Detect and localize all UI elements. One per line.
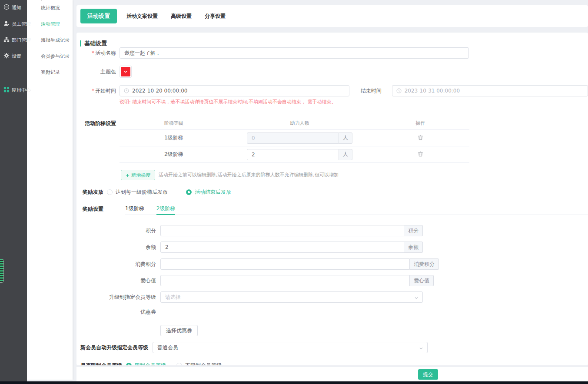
- sidebar-item-label: 设置: [12, 53, 21, 60]
- main-content: 活动设置 活动文案设置 高级设置 分享设置 基础设置 *活动名称 主题色: [73, 0, 588, 381]
- balance-input[interactable]: [161, 242, 404, 252]
- section-accent-bar: [80, 40, 81, 46]
- consume-points-input[interactable]: [161, 259, 409, 269]
- ladder-count-input-2[interactable]: [247, 149, 339, 160]
- balance-field: [160, 242, 404, 253]
- submenu-item-member-participation[interactable]: 会员参与记录: [27, 48, 73, 64]
- row-points: 积分 积分: [76, 225, 588, 236]
- row-add-ladder: 新增梯度 活动开始之前可以编辑删除,活动开始之后原来的阶梯人数不允许编辑删除,但…: [76, 170, 588, 180]
- ladder-count-input-1[interactable]: [247, 133, 339, 143]
- section-title-text: 基础设置: [84, 40, 107, 47]
- unit-addon: 人: [339, 149, 352, 160]
- tab-share-settings[interactable]: 分享设置: [201, 9, 229, 23]
- ladder-row-1: 1级阶梯 人: [120, 130, 469, 146]
- love-value-input[interactable]: [161, 275, 409, 286]
- ladder-level-text: 1级阶梯: [120, 134, 228, 142]
- sidebar-item-label: 应用中心: [12, 87, 31, 93]
- row-reward-setting: 奖励设置 1级阶梯 2级阶梯: [76, 205, 588, 215]
- select-value: 普通会员: [153, 344, 183, 351]
- required-star: *: [92, 88, 94, 94]
- points-label: 积分: [76, 225, 160, 236]
- tab-advanced-settings[interactable]: 高级设置: [167, 9, 195, 23]
- submenu-item-activity-management[interactable]: 活动管理: [27, 16, 73, 32]
- unit-addon: 人: [339, 132, 352, 144]
- chevron-down-icon: [419, 346, 423, 352]
- row-reward-grant: 奖励发放 达到每一级阶梯后发放 活动结束后发放: [76, 189, 588, 196]
- radio-icon: [126, 363, 132, 365]
- sidebar-item-label: 部门管理: [12, 37, 31, 43]
- sidebar-item-label: 员工管理: [12, 21, 31, 27]
- reward-tab-ladder-2[interactable]: 2级阶梯: [156, 205, 176, 215]
- radio-restrict-level[interactable]: 限制会员等级: [126, 362, 166, 365]
- reward-grant-label: 奖励发放: [83, 189, 103, 196]
- column-header-action: 操作: [372, 120, 469, 126]
- tab-activity-settings[interactable]: 活动设置: [80, 9, 117, 23]
- start-time-input[interactable]: [120, 86, 349, 96]
- activity-name-label: *活动名称: [76, 47, 120, 59]
- add-ladder-button[interactable]: 新增梯度: [121, 170, 155, 180]
- submenu-item-label: 统计概况: [41, 5, 60, 11]
- sidebar-item-departments[interactable]: 部门管理: [3, 36, 31, 44]
- points-addon: 积分: [404, 225, 423, 236]
- points-field: [160, 225, 404, 236]
- sidebar-item-app-center[interactable]: 应用中心: [3, 86, 31, 94]
- app-center-icon: [3, 86, 10, 94]
- delete-ladder-button[interactable]: [417, 134, 424, 142]
- radio-icon: [176, 363, 182, 365]
- settings-icon: [3, 53, 10, 60]
- radio-grant-per-ladder[interactable]: 达到每一级阶梯后发放: [107, 189, 168, 196]
- new-member-level-label: 新会员自动升级指定会员等级: [80, 344, 148, 351]
- radio-grant-after-end[interactable]: 活动结束后发放: [186, 189, 231, 196]
- row-ladder-settings: 活动阶梯设置 阶梯等级 助力人数 操作 1级阶梯 人: [76, 117, 588, 163]
- row-upgrade-level: 升级到指定会员等级 请选择: [76, 291, 588, 303]
- column-header-level: 阶梯等级: [120, 120, 228, 126]
- add-ladder-hint: 活动开始之前可以编辑删除,活动开始之后原来的阶梯人数不允许编辑删除,但可以增加: [159, 170, 339, 180]
- section-basic-settings: 基础设置: [80, 40, 588, 47]
- sidebar-item-settings[interactable]: 设置: [3, 53, 21, 60]
- clock-icon: [124, 88, 129, 95]
- end-time-input[interactable]: [392, 86, 588, 96]
- upgrade-level-select[interactable]: 请选择: [160, 291, 423, 303]
- love-value-field: [160, 275, 410, 286]
- ladder-count-field: [247, 149, 339, 160]
- activity-name-field: [120, 47, 469, 59]
- required-star: *: [92, 50, 94, 56]
- submenu-item-label: 会员参与记录: [41, 53, 70, 60]
- coupon-label: 优惠券: [76, 308, 160, 316]
- plus-icon: [126, 173, 130, 177]
- delete-ladder-button[interactable]: [417, 150, 424, 159]
- row-activity-name: *活动名称: [76, 47, 588, 59]
- chevron-down-icon: [414, 295, 419, 301]
- activity-name-input[interactable]: [120, 48, 468, 58]
- submenu-item-poster-records[interactable]: 海报生成记录: [27, 32, 73, 48]
- submenu-item-label: 海报生成记录: [41, 37, 70, 43]
- submenu-cut-mark: [41, 0, 44, 1]
- theme-color-picker[interactable]: [120, 66, 132, 78]
- sidebar-item-employees[interactable]: 员工管理: [3, 20, 31, 28]
- tab-activity-copy-settings[interactable]: 活动文案设置: [123, 9, 161, 23]
- sidebar-item-notifications[interactable]: 通知: [3, 4, 21, 11]
- restrict-level-label: 是否限制会员等级: [80, 362, 122, 365]
- chevron-down-icon: [123, 70, 128, 74]
- submit-button[interactable]: 提交: [418, 369, 438, 380]
- points-input[interactable]: [161, 225, 404, 236]
- trash-icon: [418, 135, 423, 140]
- balance-addon: 余额: [404, 242, 423, 253]
- select-coupon-button[interactable]: 选择优惠券: [160, 325, 198, 336]
- radio-icon: [107, 189, 113, 195]
- row-restrict-level: 是否限制会员等级 限制会员等级 不限制会员等级: [76, 362, 588, 365]
- start-time-label: *开始时间: [76, 85, 120, 96]
- balance-label: 余额: [76, 242, 160, 253]
- submenu-item-stats[interactable]: 统计概况: [27, 0, 73, 16]
- submenu-item-reward-records[interactable]: 奖励记录: [27, 64, 73, 80]
- new-member-level-select[interactable]: 普通会员: [153, 342, 428, 353]
- ladder-table-header: 阶梯等级 助力人数 操作: [120, 117, 469, 130]
- row-coupon-label: 优惠券: [76, 308, 588, 316]
- radio-no-restrict-level[interactable]: 不限制会员等级: [176, 362, 222, 365]
- activity-submenu: 统计概况 活动管理 海报生成记录 会员参与记录 奖励记录: [27, 0, 73, 380]
- row-time-range: *开始时间 结束时间: [76, 85, 588, 96]
- consume-points-field: [160, 258, 410, 270]
- reward-tab-ladder-1[interactable]: 1级阶梯: [125, 205, 144, 215]
- edge-floating-widget[interactable]: [0, 259, 4, 283]
- radio-icon: [186, 189, 192, 195]
